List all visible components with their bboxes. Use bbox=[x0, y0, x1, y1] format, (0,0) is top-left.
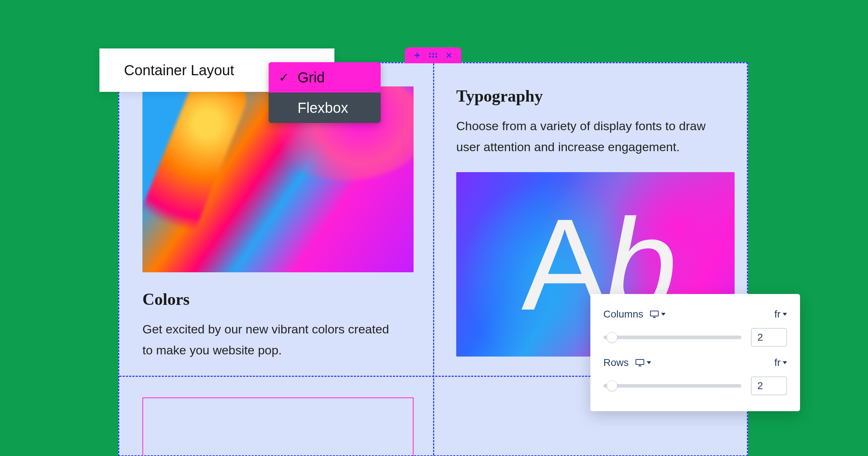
device-selector[interactable] bbox=[650, 310, 666, 318]
columns-value: 2 bbox=[757, 332, 763, 343]
rows-value: 2 bbox=[757, 380, 763, 392]
typography-body: Choose from a variety of display fonts t… bbox=[456, 116, 717, 158]
columns-unit-selector[interactable]: fr bbox=[774, 308, 787, 320]
unit-label: fr bbox=[774, 308, 781, 320]
rows-slider[interactable] bbox=[603, 384, 741, 388]
rows-unit-selector[interactable]: fr bbox=[774, 357, 787, 368]
grid-settings-panel: Columns fr 2 bbox=[590, 294, 800, 411]
slider-thumb[interactable] bbox=[607, 332, 617, 343]
svg-point-0 bbox=[429, 53, 431, 55]
desktop-icon bbox=[650, 310, 659, 318]
layout-option-label: Grid bbox=[298, 69, 325, 86]
chevron-down-icon bbox=[647, 361, 651, 364]
layout-option-grid[interactable]: ✓ Grid bbox=[269, 62, 381, 93]
svg-rect-7 bbox=[636, 359, 644, 365]
columns-value-input[interactable]: 2 bbox=[751, 328, 787, 347]
svg-point-5 bbox=[435, 56, 437, 58]
selected-empty-cell[interactable] bbox=[142, 397, 414, 456]
container-layout-dropdown[interactable]: ✓ Grid ✓ Flexbox bbox=[269, 62, 381, 123]
unit-label: fr bbox=[774, 357, 781, 368]
container-layout-label-text: Container Layout bbox=[124, 62, 234, 78]
rows-value-input[interactable]: 2 bbox=[751, 376, 787, 395]
columns-row: Columns fr 2 bbox=[603, 308, 787, 347]
device-selector[interactable] bbox=[635, 359, 651, 367]
chevron-down-icon bbox=[783, 313, 787, 316]
desktop-icon bbox=[635, 359, 645, 367]
svg-rect-6 bbox=[650, 311, 658, 316]
font-sample-a: A bbox=[521, 192, 601, 337]
colors-heading: Colors bbox=[142, 290, 410, 309]
columns-slider[interactable] bbox=[603, 336, 741, 339]
rows-label: Rows bbox=[603, 357, 629, 368]
chevron-down-icon bbox=[783, 361, 787, 364]
drag-handle-icon[interactable] bbox=[429, 51, 437, 60]
svg-point-3 bbox=[429, 56, 431, 58]
svg-point-1 bbox=[432, 53, 434, 55]
chevron-down-icon bbox=[661, 313, 666, 316]
typography-heading: Typography bbox=[456, 86, 724, 106]
columns-label: Columns bbox=[603, 308, 643, 320]
selection-tab bbox=[405, 47, 461, 63]
colors-body: Get excited by our new vibrant colors cr… bbox=[142, 319, 403, 361]
plus-icon[interactable] bbox=[413, 51, 422, 60]
check-icon: ✓ bbox=[279, 70, 289, 85]
svg-point-4 bbox=[432, 56, 434, 58]
layout-option-label: Flexbox bbox=[298, 100, 348, 116]
svg-point-2 bbox=[435, 53, 437, 55]
close-icon[interactable] bbox=[445, 51, 453, 60]
layout-option-flexbox[interactable]: ✓ Flexbox bbox=[269, 93, 381, 123]
rows-row: Rows fr 2 bbox=[603, 357, 787, 395]
slider-thumb[interactable] bbox=[607, 380, 617, 391]
